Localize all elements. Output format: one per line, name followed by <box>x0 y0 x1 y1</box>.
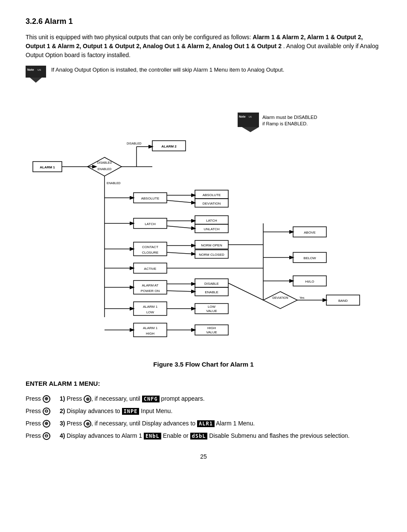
step-4-lcd2: dSbL <box>190 433 208 439</box>
svg-text:UNLATCH: UNLATCH <box>204 227 219 231</box>
svg-text:CLOSURE: CLOSURE <box>142 251 159 254</box>
step-3-btn[interactable]: ⊕ <box>43 420 50 428</box>
svg-text:ALARM AT: ALARM AT <box>142 283 159 287</box>
step-1: Press ⊕ 1) Press ⊕, if necessary, until … <box>26 394 381 403</box>
svg-text:Note: Note <box>239 115 246 118</box>
svg-text:ALARM 2: ALARM 2 <box>161 145 177 148</box>
svg-text:ABSOLUTE: ABSOLUTE <box>203 193 221 197</box>
svg-text:NORM CLOSED: NORM CLOSED <box>199 253 224 257</box>
section-title: 3.2.6 Alarm 1 <box>26 17 381 26</box>
svg-text:LATCH: LATCH <box>145 222 156 226</box>
svg-line-31 <box>167 200 195 203</box>
svg-marker-3 <box>30 78 42 83</box>
note-box-1: Note US If Analog Output Option is insta… <box>26 66 381 83</box>
svg-text:if Ramp is ENABLED.: if Ramp is ENABLED. <box>262 121 308 126</box>
svg-text:ENABLED: ENABLED <box>98 168 112 171</box>
step-4-press: Press ⊖ <box>26 431 55 440</box>
svg-text:VALUE: VALUE <box>206 309 217 313</box>
note-text-1: If Analog Output Option is installed, th… <box>51 66 284 74</box>
svg-text:Alarm must be DISABLED: Alarm must be DISABLED <box>262 115 317 120</box>
svg-text:LOW: LOW <box>208 305 216 309</box>
svg-rect-0 <box>26 66 46 78</box>
step-4-lcd1: ENbL <box>144 433 161 439</box>
svg-text:NORM OPEN: NORM OPEN <box>201 243 222 247</box>
step-1-press: Press ⊕ <box>26 394 55 403</box>
svg-text:BELOW: BELOW <box>304 256 316 260</box>
step-4: Press ⊖ 4) Display advances to Alarm 1 E… <box>26 431 381 440</box>
menu-steps: Press ⊕ 1) Press ⊕, if necessary, until … <box>26 394 381 440</box>
enter-menu-title: ENTER ALARM 1 MENU: <box>26 379 381 389</box>
svg-text:LATCH: LATCH <box>206 219 217 223</box>
step-3-press: Press ⊕ <box>26 419 55 428</box>
flowchart-svg: Note US Alarm must be DISABLED if Ramp i… <box>29 91 378 356</box>
svg-text:ENABLED: ENABLED <box>107 182 121 185</box>
figure-caption: Figure 3.5 Flow Chart for Alarm 1 <box>26 360 381 370</box>
note-icon-1: Note US <box>26 66 46 83</box>
step-2-lcd: INPE <box>122 408 140 415</box>
step-2-btn[interactable]: ⊖ <box>43 408 50 415</box>
svg-line-40 <box>167 226 195 228</box>
svg-text:HIGH: HIGH <box>146 332 154 335</box>
svg-text:ACTIVE: ACTIVE <box>144 267 157 271</box>
svg-text:CONTACT: CONTACT <box>142 245 158 249</box>
svg-text:VALUE: VALUE <box>206 330 217 334</box>
svg-marker-64 <box>263 292 297 309</box>
svg-text:POWER ON: POWER ON <box>141 289 160 293</box>
svg-text:HI/LO: HI/LO <box>305 280 314 283</box>
svg-text:ENABLE: ENABLE <box>205 290 218 294</box>
svg-text:US: US <box>249 116 252 118</box>
svg-text:HIGH: HIGH <box>207 326 216 330</box>
svg-text:DEVIATION: DEVIATION <box>203 202 221 205</box>
svg-text:ALARM 1: ALARM 1 <box>40 165 55 169</box>
step-3: Press ⊕ 3) Press ⊕, if necessary, until … <box>26 419 381 428</box>
svg-text:ALARM 1: ALARM 1 <box>143 305 158 309</box>
svg-text:DISABLE: DISABLE <box>204 282 219 286</box>
step-1-btn[interactable]: ⊕ <box>43 395 50 403</box>
step-3-lcd: ALR1 <box>197 420 215 427</box>
svg-text:BAND: BAND <box>338 299 348 303</box>
svg-text:ALARM 1: ALARM 1 <box>143 326 158 330</box>
svg-text:DISABLED: DISABLED <box>127 142 142 145</box>
step-2: Press ⊖ 2) Display advances to INPE Inpu… <box>26 407 381 416</box>
step-4-btn[interactable]: ⊖ <box>43 432 50 440</box>
svg-text:ABSOLUTE: ABSOLUTE <box>141 197 160 200</box>
svg-text:LOW: LOW <box>146 310 154 314</box>
step-2-press: Press ⊖ <box>26 407 55 416</box>
intro-paragraph: This unit is equipped with two physical … <box>26 33 381 60</box>
step-3-btn2[interactable]: ⊕ <box>84 420 91 428</box>
svg-text:Note: Note <box>27 68 34 71</box>
svg-text:Yes: Yes <box>299 296 305 299</box>
svg-text:ABOVE: ABOVE <box>304 231 316 234</box>
svg-marker-7 <box>242 127 259 132</box>
step-1-btn2[interactable]: ⊕ <box>84 395 91 403</box>
svg-line-82 <box>167 291 195 292</box>
svg-text:DEVIATION: DEVIATION <box>272 296 288 299</box>
svg-line-85 <box>228 283 263 300</box>
svg-text:US: US <box>38 69 41 71</box>
page-number: 25 <box>26 453 381 460</box>
svg-line-50 <box>167 252 195 254</box>
svg-text:DISABLED: DISABLED <box>97 161 112 164</box>
step-1-lcd: CNFG <box>142 396 160 402</box>
flowchart-container: Note US Alarm must be DISABLED if Ramp i… <box>26 91 381 356</box>
